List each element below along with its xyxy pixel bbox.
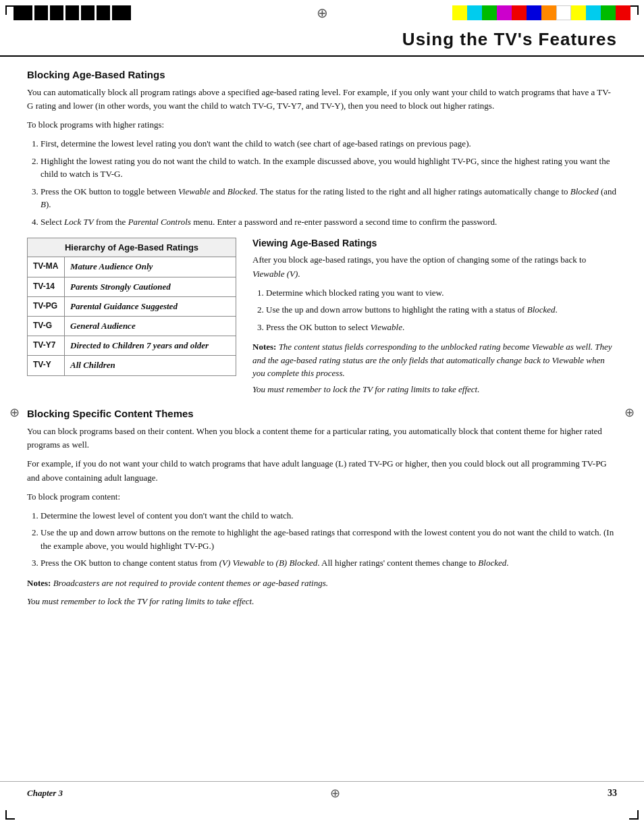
- color-bar-yellow2: [571, 5, 586, 20]
- viewing-notes-2: You must remember to lock the TV for rat…: [252, 383, 617, 396]
- table-caption: Hierarchy of Age-Based Ratings: [28, 238, 236, 257]
- page-title: Using the TV's Features: [27, 29, 617, 50]
- rating-label: Parents Strongly Cautioned: [65, 277, 236, 296]
- blocking-age-steps: First, determine the lowest level rating…: [41, 137, 617, 228]
- blocking-content-para3: To block program content:: [27, 490, 617, 504]
- content-step-2: Use the up and down arrow buttons on the…: [41, 526, 617, 552]
- blocking-age-heading: Blocking Age-Based Ratings: [27, 69, 617, 80]
- blocking-age-para1: You can automatically block all program …: [27, 86, 617, 113]
- viewing-age-heading: Viewing Age-Based Ratings: [252, 238, 617, 248]
- header-bar: ⊕: [0, 0, 644, 26]
- color-bar-blue: [527, 5, 541, 20]
- table-row: TV-YAll Children: [28, 356, 236, 375]
- blocking-content-para2: For example, if you do not want your chi…: [27, 457, 617, 484]
- color-bar-cyan: [467, 5, 482, 20]
- viewing-notes-1: Notes: The content status fields corresp…: [252, 340, 617, 380]
- footer-crosshair: ⊕: [330, 786, 340, 801]
- blocking-content-para1: You can block programs based on their co…: [27, 425, 617, 452]
- viewing-age-steps: Determine which blocked rating you want …: [266, 286, 617, 334]
- corner-mark-br: [629, 810, 639, 820]
- viewing-step-2: Use the up and down arrow buttons to hig…: [266, 303, 617, 317]
- rating-label: Parental Guidance Suggested: [65, 296, 236, 316]
- footer: Chapter 3 ⊕ 33: [0, 781, 644, 805]
- color-bar-red2: [616, 5, 630, 20]
- viewing-step-1: Determine which blocked rating you want …: [266, 286, 617, 300]
- rating-label: Directed to Children 7 years and older: [65, 336, 236, 356]
- black-bar-7: [112, 5, 131, 20]
- table-column: Hierarchy of Age-Based Ratings TV-MAMatu…: [27, 238, 236, 375]
- color-bar-green: [482, 5, 497, 20]
- color-bars: [452, 5, 630, 20]
- rating-label: General Audience: [65, 316, 236, 336]
- rating-code: TV-PG: [28, 296, 65, 316]
- header-crosshair: ⊕: [317, 5, 328, 21]
- viewing-column: Viewing Age-Based Ratings After you bloc…: [252, 238, 617, 396]
- color-bar-yellow: [452, 5, 467, 20]
- corner-mark-bl: [5, 810, 15, 820]
- ratings-table: Hierarchy of Age-Based Ratings TV-MAMatu…: [27, 238, 236, 375]
- table-row: TV-PGParental Guidance Suggested: [28, 296, 236, 316]
- color-bar-red: [512, 5, 527, 20]
- rating-code: TV-MA: [28, 257, 65, 277]
- black-bar-3: [50, 5, 63, 20]
- viewing-age-para1: After you block age-based ratings, you h…: [252, 253, 617, 280]
- content-notes-1: Notes: Broadcasters are not required to …: [27, 577, 617, 590]
- black-bar-2: [34, 5, 48, 20]
- rating-label: All Children: [65, 356, 236, 375]
- blocking-age-para2: To block programs with higher ratings:: [27, 118, 617, 132]
- black-bar-5: [81, 5, 95, 20]
- content-notes-2: You must remember to lock the TV for rat…: [27, 595, 617, 608]
- rating-code: TV-Y7: [28, 336, 65, 356]
- color-bar-orange: [541, 5, 556, 20]
- rating-code: TV-Y: [28, 356, 65, 375]
- color-bar-green2: [601, 5, 616, 20]
- two-col-layout: Hierarchy of Age-Based Ratings TV-MAMatu…: [27, 238, 617, 396]
- viewing-step-3: Press the OK button to select Viewable.: [266, 321, 617, 334]
- side-crosshair-right: ⊕: [624, 405, 635, 420]
- footer-page-number: 33: [608, 788, 617, 799]
- content-step-1: Determine the lowest level of content yo…: [41, 509, 617, 523]
- blocking-content-steps: Determine the lowest level of content yo…: [41, 509, 617, 570]
- rating-code: TV-G: [28, 316, 65, 336]
- blocking-age-step-4: Select Lock TV from the Parental Control…: [41, 215, 617, 229]
- blocking-age-step-1: First, determine the lowest level rating…: [41, 137, 617, 151]
- blocking-age-step-3: Press the OK button to toggle between Vi…: [41, 185, 617, 211]
- black-bars: [14, 5, 131, 20]
- table-row: TV-GGeneral Audience: [28, 316, 236, 336]
- table-row: TV-MAMature Audience Only: [28, 257, 236, 277]
- side-crosshair-left: ⊕: [9, 405, 20, 420]
- rating-label: Mature Audience Only: [65, 257, 236, 277]
- blocking-age-step-2: Highlight the lowest rating you do not w…: [41, 155, 617, 181]
- footer-chapter: Chapter 3: [27, 788, 63, 799]
- table-row: TV-Y7Directed to Children 7 years and ol…: [28, 336, 236, 356]
- content-step-3: Press the OK button to change content st…: [41, 556, 617, 570]
- color-bar-white: [556, 5, 571, 20]
- black-bar-4: [65, 5, 79, 20]
- black-bar-6: [97, 5, 110, 20]
- table-row: TV-14Parents Strongly Cautioned: [28, 277, 236, 296]
- color-bar-cyan2: [586, 5, 601, 20]
- blocking-content-heading: Blocking Specific Content Themes: [27, 408, 617, 419]
- main-content: Blocking Age-Based Ratings You can autom…: [0, 57, 644, 627]
- page-title-section: Using the TV's Features: [0, 26, 644, 57]
- rating-code: TV-14: [28, 277, 65, 296]
- black-bar-1: [14, 5, 32, 20]
- color-bar-magenta: [497, 5, 512, 20]
